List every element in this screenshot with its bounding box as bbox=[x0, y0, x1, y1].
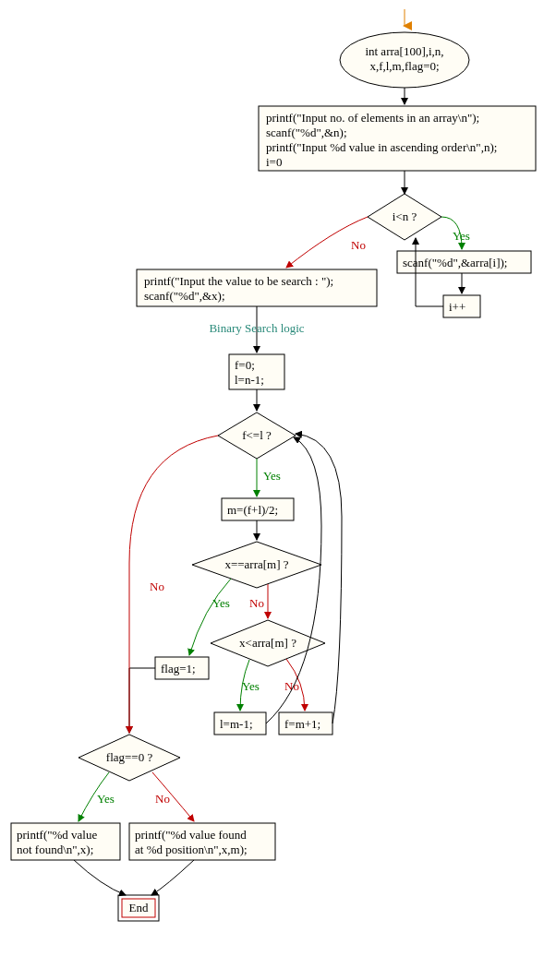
input1-l3: printf("Input %d value in ascending orde… bbox=[266, 140, 497, 154]
no-label: No bbox=[284, 679, 299, 693]
setf-text: f=m+1; bbox=[284, 717, 320, 731]
no-label: No bbox=[150, 580, 164, 593]
yes-label: Yes bbox=[453, 229, 470, 243]
yes-label: Yes bbox=[263, 469, 281, 483]
notfound-l1: printf("%d value bbox=[17, 828, 97, 842]
setl-text: l=m-1; bbox=[220, 717, 253, 731]
ltcond-text: x<arra[m] ? bbox=[239, 636, 296, 650]
comment-text: Binary Search logic bbox=[209, 321, 304, 335]
no-label: No bbox=[249, 596, 264, 610]
mid-text: m=(f+l)/2; bbox=[227, 503, 278, 517]
edge bbox=[74, 860, 126, 895]
flagcond-text: flag==0 ? bbox=[106, 750, 153, 764]
flag1-text: flag=1; bbox=[161, 662, 196, 675]
flowchart-svg: int arra[100],i,n, x,f,l,m,flag=0; print… bbox=[9, 9, 547, 971]
inputx-l1: printf("Input the value to be search : "… bbox=[144, 274, 333, 288]
input1-l2: scanf("%d",&n); bbox=[266, 125, 347, 139]
input1-l1: printf("Input no. of elements in an arra… bbox=[266, 111, 479, 125]
no-label: No bbox=[155, 792, 170, 806]
decl-text2: x,f,l,m,flag=0; bbox=[369, 59, 439, 73]
yes-label: Yes bbox=[97, 792, 115, 806]
decl-text: int arra[100],i,n, bbox=[365, 44, 443, 58]
init-l1: f=0; bbox=[235, 358, 255, 372]
loopcond-text: i<n ? bbox=[393, 209, 417, 223]
edge bbox=[129, 668, 155, 733]
found-l1: printf("%d value found bbox=[135, 828, 247, 842]
found-l2: at %d position\n",x,m); bbox=[135, 843, 248, 856]
end-text: End bbox=[129, 901, 149, 914]
whilecond-text: f<=l ? bbox=[242, 428, 272, 442]
input1-l4: i=0 bbox=[266, 155, 282, 169]
incr-text: i++ bbox=[449, 300, 465, 314]
no-label: No bbox=[351, 238, 366, 252]
eqcond-text: x==arra[m] ? bbox=[224, 557, 288, 571]
edge-back bbox=[296, 434, 342, 723]
inputx-l2: scanf("%d",&x); bbox=[144, 289, 225, 303]
notfound-l2: not found\n",x); bbox=[17, 843, 93, 856]
yes-label: Yes bbox=[212, 596, 230, 610]
edge bbox=[151, 860, 194, 895]
init-l2: l=n-1; bbox=[235, 373, 264, 387]
edge-no bbox=[129, 436, 218, 733]
yes-label: Yes bbox=[242, 679, 260, 693]
scanarr-text: scanf("%d",&arra[i]); bbox=[403, 256, 507, 269]
